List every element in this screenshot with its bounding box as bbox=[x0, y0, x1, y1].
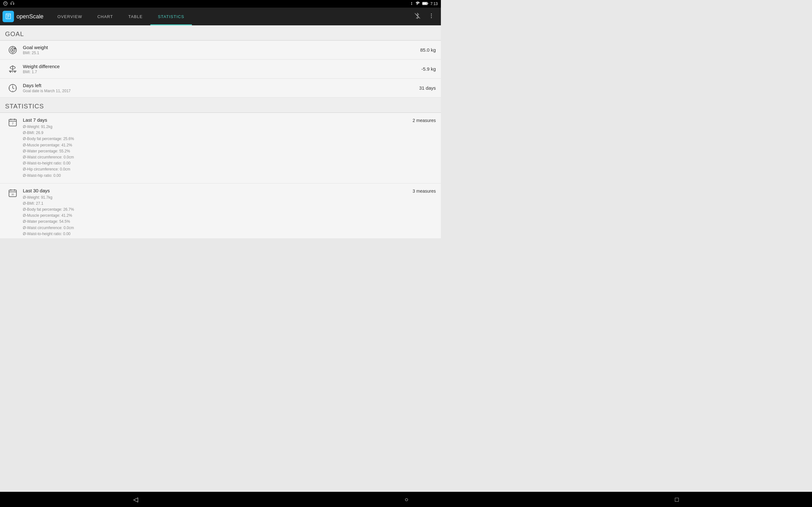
goal-section-header: GOAL bbox=[0, 25, 441, 40]
svg-text:30: 30 bbox=[11, 193, 14, 195]
app-bar-actions bbox=[412, 10, 441, 23]
svg-point-0 bbox=[3, 2, 7, 5]
status-bar-right: 7:13 bbox=[409, 1, 438, 7]
last-7-days-details: Ø-Weight: 91.2kgØ-BMI: 26.9Ø-Body fat pe… bbox=[23, 124, 413, 179]
days-left-subtitle: Goal date is March 11, 2017 bbox=[23, 89, 419, 93]
wifi-icon bbox=[415, 1, 420, 7]
weight-difference-value: -5.9 kg bbox=[421, 66, 436, 72]
weight-difference-title: Weight difference bbox=[23, 64, 421, 69]
weight-difference-content: Weight difference BMI: 1.7 bbox=[20, 64, 421, 74]
app-logo: openScale bbox=[3, 11, 44, 22]
app-logo-icon bbox=[3, 11, 14, 22]
tab-table[interactable]: TABLE bbox=[120, 8, 150, 25]
days-left-item: Days left Goal date is March 11, 2017 31… bbox=[0, 78, 441, 98]
more-options-icon[interactable] bbox=[426, 10, 437, 23]
last-30-days-item: 30 Last 30 days Ø-Weight: 91.7kgØ-BMI: 2… bbox=[0, 183, 441, 238]
svg-point-8 bbox=[431, 15, 432, 16]
svg-point-12 bbox=[12, 49, 14, 51]
last-30-days-details: Ø-Weight: 91.7kgØ-BMI: 27.1Ø-Body fat pe… bbox=[23, 194, 413, 238]
days-left-title: Days left bbox=[23, 83, 419, 88]
status-bar: 7:13 bbox=[0, 0, 441, 8]
app-bar: openScale OVERVIEW CHART TABLE STATISTIC… bbox=[0, 8, 441, 25]
svg-point-7 bbox=[431, 13, 432, 14]
app-title: openScale bbox=[16, 13, 44, 20]
last-30-days-title: Last 30 days bbox=[23, 188, 413, 193]
scale-balance-icon bbox=[5, 65, 20, 73]
battery-icon bbox=[422, 2, 428, 6]
last-30-days-value: 3 measures bbox=[413, 188, 436, 193]
svg-point-1 bbox=[5, 3, 6, 4]
last-30-days-content: Last 30 days Ø-Weight: 91.7kgØ-BMI: 27.1… bbox=[20, 188, 413, 238]
svg-rect-4 bbox=[422, 2, 427, 4]
goal-weight-content: Goal weight BMI: 25.1 bbox=[20, 45, 420, 55]
target-icon bbox=[5, 46, 20, 55]
weight-difference-item: Weight difference BMI: 1.7 -5.9 kg bbox=[0, 60, 441, 78]
weight-difference-subtitle: BMI: 1.7 bbox=[23, 70, 421, 74]
days-left-content: Days left Goal date is March 11, 2017 bbox=[20, 83, 419, 93]
svg-point-9 bbox=[431, 17, 432, 18]
app-tabs: OVERVIEW CHART TABLE STATISTICS bbox=[50, 8, 412, 25]
calendar-30-icon: 30 bbox=[5, 188, 20, 198]
last-7-days-title: Last 7 days bbox=[23, 117, 413, 123]
goal-weight-value: 85.0 kg bbox=[420, 47, 436, 53]
svg-rect-5 bbox=[6, 14, 11, 19]
svg-text:7: 7 bbox=[12, 122, 13, 125]
clock-icon bbox=[5, 83, 20, 93]
svg-point-10 bbox=[9, 46, 16, 54]
main-content: GOAL Goal weight BMI: 25.1 85.0 kg bbox=[0, 25, 441, 238]
tab-chart[interactable]: CHART bbox=[90, 8, 121, 25]
statistics-section-header: STATISTICS bbox=[0, 98, 441, 112]
last-7-days-item: 7 Last 7 days Ø-Weight: 91.2kgØ-BMI: 26.… bbox=[0, 113, 441, 183]
time-display: 7:13 bbox=[430, 2, 438, 6]
goal-weight-subtitle: BMI: 25.1 bbox=[23, 51, 420, 55]
last-7-days-value: 2 measures bbox=[413, 117, 436, 123]
status-bar-left bbox=[3, 1, 14, 6]
tab-overview[interactable]: OVERVIEW bbox=[50, 8, 90, 25]
headset-icon bbox=[10, 1, 14, 6]
bluetooth-icon bbox=[409, 1, 413, 7]
calendar-7-icon: 7 bbox=[5, 117, 20, 127]
bluetooth-off-icon[interactable] bbox=[412, 10, 423, 23]
goal-weight-item: Goal weight BMI: 25.1 85.0 kg bbox=[0, 41, 441, 60]
days-left-value: 31 days bbox=[419, 85, 436, 91]
svg-rect-3 bbox=[427, 3, 428, 4]
spotify-icon bbox=[3, 1, 8, 6]
goal-weight-title: Goal weight bbox=[23, 45, 420, 50]
tab-statistics[interactable]: STATISTICS bbox=[150, 8, 192, 25]
last-7-days-content: Last 7 days Ø-Weight: 91.2kgØ-BMI: 26.9Ø… bbox=[20, 117, 413, 179]
